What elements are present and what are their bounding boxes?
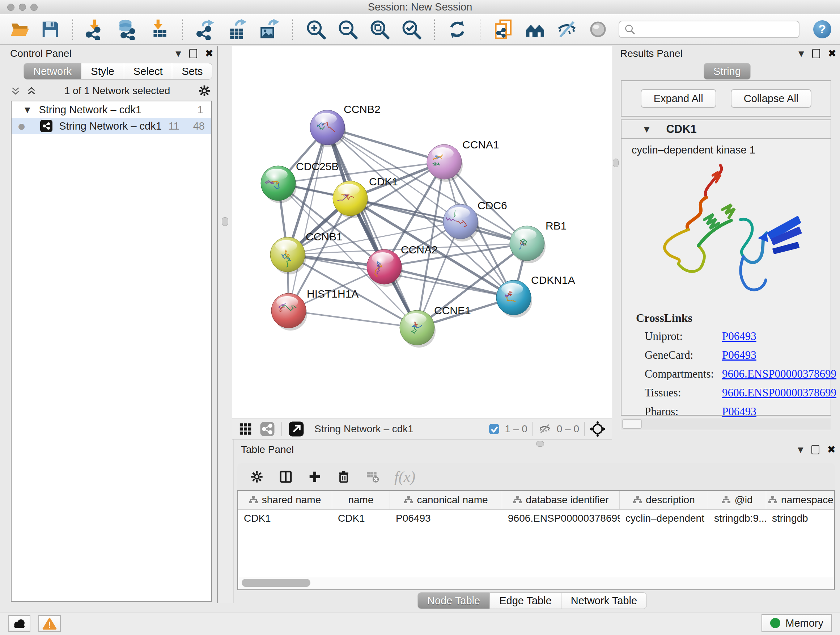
delete-column-icon[interactable] [336,470,351,484]
zoom-fit-button[interactable] [369,19,390,40]
node-HIST1H1A[interactable] [271,293,307,331]
collapse-all-button[interactable]: Collapse All [731,89,812,108]
hide-graphics-button[interactable] [556,19,577,40]
search-field[interactable] [619,21,799,38]
zoom-out-button[interactable] [337,19,358,40]
node-CDKN1A[interactable] [496,280,532,318]
table-panel-float-icon[interactable] [812,445,819,454]
help-button[interactable]: ? [813,20,831,38]
left-splitter-grip[interactable] [222,217,228,226]
expand-all-button[interactable]: Expand All [641,89,716,108]
tab-select[interactable]: Select [124,63,172,80]
network-row-selected[interactable]: ● String Network – cdk1 11 48 [11,118,211,134]
export-network-button[interactable] [195,19,216,40]
export-image-button[interactable] [259,19,280,40]
node-CCNE1[interactable] [400,310,436,348]
memory-button[interactable]: Memory [761,614,832,632]
import-network-file-button[interactable] [85,19,106,40]
tab-network[interactable]: Network [24,63,81,80]
table-cell[interactable]: stringdb [766,513,835,524]
export-table-button[interactable] [227,19,248,40]
crosslink-link[interactable]: P06493 [722,405,756,418]
edge-CCNE1-HIST1H1A[interactable] [289,310,417,328]
control-panel-menu-icon[interactable]: ▼ [175,49,181,58]
results-hscrollbar[interactable] [621,418,831,430]
table-row[interactable]: CDK1CDK1P064939606.ENSP00000378699cyclin… [238,510,834,527]
node-table[interactable]: shared namename canonical name database … [237,490,835,590]
tab-network-table[interactable]: Network Table [561,592,647,609]
column-header-name[interactable]: name [332,491,390,509]
table-gear-icon[interactable] [249,470,264,484]
zoom-selected-button[interactable] [401,19,422,40]
selected-checkbox-icon[interactable] [489,424,500,434]
control-panel-float-icon[interactable] [189,49,197,58]
import-table-button[interactable] [149,19,170,40]
tab-string[interactable]: String [704,63,751,80]
refresh-view-button[interactable] [447,19,467,40]
network-graph[interactable]: CCNB2CCNA1CDC25BCDK1CDC6RB1CCNB1CCNA2CDK… [232,46,612,418]
scrollbar-thumb[interactable] [242,579,310,587]
table-panel-menu-icon[interactable]: ▼ [798,445,803,454]
network-canvas[interactable]: CCNB2CCNA1CDC25BCDK1CDC6RB1CCNB1CCNA2CDK… [232,46,612,418]
node-RB1[interactable] [510,226,546,263]
node-CDC25B[interactable] [261,166,297,203]
crosslink-link[interactable]: 9606.ENSP00000378699 [722,367,836,380]
table-cell[interactable]: cyclin–dependent ... [620,513,708,524]
scrollbar-thumb[interactable] [622,419,642,429]
table-cell[interactable]: 9606.ENSP00000378699 [502,513,620,524]
tab-style[interactable]: Style [81,63,124,80]
share-view-icon[interactable] [260,421,275,437]
external-view-icon[interactable] [288,421,304,437]
node-CCNA1[interactable] [427,144,463,182]
column-header-databaseidentifier[interactable]: database identifier [502,491,620,509]
edge-CCNA2-CDKN1A[interactable] [384,267,514,298]
crosslink-link[interactable]: P06493 [722,348,756,362]
left-splitter[interactable] [217,46,234,603]
edge-CCNB2-HIST1H1A[interactable] [289,127,327,310]
clone-network-button[interactable] [493,19,514,40]
search-input[interactable] [636,23,799,35]
crosslink-link[interactable]: P06493 [722,330,756,343]
gear-icon[interactable] [197,84,211,98]
control-panel-close-icon[interactable]: ✖ [205,49,213,59]
column-header-description[interactable]: description [620,491,708,509]
table-cell[interactable]: stringdb:9... [708,513,766,524]
minimize-window-icon[interactable] [19,4,26,11]
column-header-id[interactable]: @id [708,491,766,509]
tab-node-table[interactable]: Node Table [417,592,490,609]
show-columns-icon[interactable] [279,470,293,484]
maximize-window-icon[interactable] [30,4,38,11]
zoom-in-button[interactable] [305,19,326,40]
open-session-button[interactable] [9,19,30,40]
table-cell[interactable]: CDK1 [332,513,390,524]
gene-header[interactable]: ▼ CDK1 [622,120,831,139]
show-graphics-button[interactable] [588,19,608,40]
table-hscrollbar[interactable] [239,577,834,589]
home-button[interactable] [524,19,546,40]
add-column-icon[interactable] [308,470,322,484]
node-CDC6[interactable] [443,204,479,241]
save-session-button[interactable] [41,19,60,40]
results-panel-float-icon[interactable] [812,49,820,58]
tab-edge-table[interactable]: Edge Table [490,592,561,609]
column-header-canonicalname[interactable]: canonical name [390,491,502,509]
collection-expand-icon[interactable]: ▼ [25,105,30,114]
table-cell[interactable]: P06493 [390,513,502,524]
warning-status-button[interactable] [38,615,61,632]
node-CDK1[interactable] [333,181,369,218]
close-window-icon[interactable] [7,4,14,11]
window-controls[interactable] [7,4,38,11]
import-network-database-button[interactable] [117,19,138,40]
table-panel-close-icon[interactable]: ✖ [827,445,836,455]
network-collection-row[interactable]: ▼ String Network – cdk1 1 [11,101,211,118]
gene-expand-icon[interactable]: ▼ [644,125,649,134]
cloud-status-button[interactable] [8,615,30,632]
crosslink-link[interactable]: 9606.ENSP00000378699 [722,386,836,399]
column-header-namespace[interactable]: namespace [766,491,835,509]
results-panel-close-icon[interactable]: ✖ [828,49,836,59]
results-panel-menu-icon[interactable]: ▼ [798,49,804,58]
tab-sets[interactable]: Sets [172,63,212,80]
expand-all-tree-icon[interactable] [26,86,37,96]
column-header-sharedname[interactable]: shared name [238,491,332,509]
collapse-all-tree-icon[interactable] [10,86,21,96]
